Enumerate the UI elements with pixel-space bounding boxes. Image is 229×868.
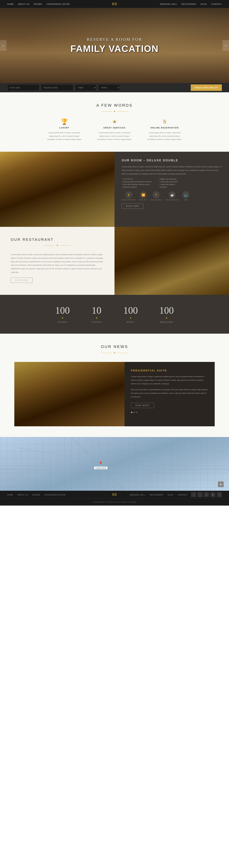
stat-customers-label: Customers [55,321,70,323]
news-dot-3[interactable] [136,412,137,413]
footer-logo: RR [112,493,117,497]
hero-next-button[interactable]: › [223,40,229,51]
services-title: GREAT SERVICES [97,127,132,129]
map-location-label: Corpus Christi [94,467,107,469]
nav-conference[interactable]: CONFERENCE ROOM [46,3,70,5]
nav-rooms[interactable]: ROOMS [34,3,42,5]
footer-nav-blog[interactable]: BLOG [168,494,173,496]
news-title-container: OUR NEWS ✦ [14,344,215,355]
nav-about[interactable]: ABOUT US [18,3,30,5]
map-inner: 📍 Corpus Christi ▲ [0,437,229,491]
restaurant-divider: ✦ [11,244,104,247]
restaurant-section: OUR RESTAURANT ✦ Lorem ipsum dolor sit a… [0,227,229,295]
departure-date-input[interactable] [41,85,73,91]
youtube-icon[interactable]: ▶ [210,492,216,497]
stat-returns-divider: ✦ [123,316,138,320]
luxury-title: LUXURY [46,127,82,129]
room-icon-wifi: 📶 FREE WIFI [139,191,147,201]
stat-customers-number: 100 [55,306,70,315]
read-more-button[interactable]: READ MORE [131,403,154,408]
services-icon: ★ [97,119,132,125]
room-icon-parking: P FREE PARKING [151,191,162,201]
room-icon-downtown: ⬇ NEAR DOWNTOWN [122,191,136,201]
facebook-icon[interactable]: f [191,492,196,497]
stat-customers: 100 ✦ Customers [55,306,70,323]
hero-content: RESERVE A ROOM FOR FAMILY VACATION [70,37,159,54]
news-title: OUR NEWS [14,344,215,349]
news-dot-2[interactable] [133,412,135,413]
news-text-2: Duis aute irure dolor in reprehenderit i… [131,388,208,398]
parking-label: FREE PARKING [151,199,162,201]
stat-happy-divider: ✦ [159,316,174,320]
footer-nav-restaurant[interactable]: RESTAURANT [150,494,164,496]
restaurant-description: Lorem ipsum dolor sit amet, consectetur … [11,253,104,274]
news-divider: ✦ [14,351,215,355]
scroll-to-top-button[interactable]: ▲ [218,482,224,487]
room-title: OUR ROOM – DELUXE DOUBLE [122,159,222,162]
news-tag: PRESIDENTIAL SUITE [131,369,208,372]
room-info: OUR ROOM – DELUXE DOUBLE Lorem ipsum dol… [115,152,229,227]
map-roads-svg [0,437,229,491]
room-amenities: LCD TVs 28" national and International T… [122,178,222,189]
stat-celebrities: 10 ✦ Celebrities [91,306,102,323]
amenity-item: hairdryer [159,186,178,188]
nav-logo: RR [112,2,117,6]
twitter-icon[interactable]: t [197,492,202,497]
stat-happy-label: Happy people [159,321,174,323]
feature-services: ★ GREAT SERVICES Lorem ipsum dolor sit a… [97,119,132,141]
amenity-item: national and International TV channels [122,181,152,183]
hero-section: ‹ RESERVE A ROOM FOR FAMILY VACATION › [0,8,229,83]
nav-blog[interactable]: BLOG [201,3,207,5]
footer-links-right: WEDDING HALL RESTAURANT BLOG CONTACT [130,493,188,496]
footer-nav-contact[interactable]: CONTACT [178,494,188,496]
room-description: Lorem ipsum dolor sit amet, consectetur … [122,165,222,176]
arrive-date-input[interactable] [7,85,39,91]
news-image [14,362,125,426]
hero-prev-button[interactable]: ‹ [0,40,6,51]
news-section: OUR NEWS ✦ PRESIDENTIAL SUITE Lorem ipsu… [0,334,229,437]
downtown-label: NEAR DOWNTOWN [122,199,136,201]
few-words-title: A FEW WORDS [18,103,211,108]
footer-nav-about[interactable]: ABOUT US [18,494,28,496]
nav-wedding[interactable]: WEDDING HALL [160,3,177,5]
restaurant-book-button[interactable]: BOOK NOW [11,278,33,283]
amenity-item: towels and cotton sheets [159,181,178,183]
stat-happy-number: 100 [159,306,174,315]
restaurant-title: OUR RESTAURANT [11,238,104,242]
news-card: PRESIDENTIAL SUITE Lorem ipsum dolor sit… [14,362,215,426]
check-availability-button[interactable]: CHECK AVAILABILITY [191,85,222,91]
nav-contact[interactable]: CONTACT [211,3,222,5]
footer-nav: HOME ABOUT US ROOMS CONFERENCE ROOM RR W… [0,491,229,499]
downtown-icon: ⬇ [125,191,132,198]
luxury-icon: 🏆 [46,119,82,125]
footer-nav-home[interactable]: HOME [7,494,13,496]
restaurant-image [115,227,229,295]
features-row: 🏆 LUXURY Lorem ipsum dolor sit amet, con… [18,119,211,141]
adult-select[interactable]: Adult [75,85,97,91]
reservation-title: ONLINE RESERVATION [147,127,183,129]
tv-icon: 📺 [182,191,190,198]
news-dot-1[interactable] [131,412,132,413]
tv-label: 23MP [182,199,190,201]
stat-customers-divider: ✦ [55,316,70,320]
footer-nav-conference[interactable]: CONFERENCE ROOM [44,494,66,496]
pinterest-icon[interactable]: P [217,492,222,497]
feature-reservation: 🖱 ONLINE RESERVATION Lorem ipsum dolor s… [147,119,183,141]
stat-celebrities-label: Celebrities [91,321,102,323]
news-content: PRESIDENTIAL SUITE Lorem ipsum dolor sit… [125,362,215,426]
nav-home[interactable]: HOME [7,3,14,5]
stat-happy: 100 ✦ Happy people [159,306,174,323]
room-select[interactable]: Room [98,85,120,91]
footer-links-left: HOME ABOUT US ROOMS CONFERENCE ROOM [7,493,66,496]
map-section: 📍 Corpus Christi ▲ [0,437,229,491]
few-words-divider: ✦ [18,110,211,114]
linkedin-icon[interactable]: in [204,492,209,497]
stats-section: 100 ✦ Customers 10 ✦ Celebrities 100 ✦ R… [0,295,229,334]
footer-nav-rooms[interactable]: ROOMS [32,494,40,496]
news-dots [131,412,208,413]
room-book-button[interactable]: BOOK NOW [122,204,143,209]
amenities-left: LCD TVs 28" national and International T… [122,178,152,189]
nav-restaurant[interactable]: RESTAURANT [182,3,196,5]
footer-nav-wedding[interactable]: WEDDING HALL [130,494,145,496]
feature-luxury: 🏆 LUXURY Lorem ipsum dolor sit amet, con… [46,119,82,141]
